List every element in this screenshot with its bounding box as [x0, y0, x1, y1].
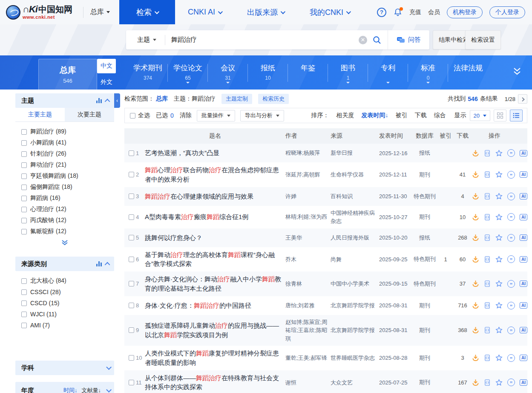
row-checkbox[interactable] — [129, 150, 134, 156]
topic-filter-item[interactable]: 亨廷顿舞蹈病 (18) — [21, 170, 114, 182]
scope-total-library[interactable]: 总库 — [156, 95, 168, 103]
topic-filter-item[interactable]: 氟哌啶醇 (12) — [21, 226, 114, 237]
source[interactable]: 世界睡眠医学杂志 — [331, 354, 379, 362]
html-read-icon[interactable] — [484, 354, 491, 361]
download-icon[interactable] — [472, 354, 479, 361]
nav-tab-cnki-ai[interactable]: CNKI AI — [175, 0, 234, 24]
source-filter-item[interactable]: AMI (7) — [21, 320, 114, 331]
checkbox[interactable] — [21, 151, 27, 157]
chevron-up-icon[interactable] — [105, 262, 110, 267]
source[interactable]: 北京舞蹈学院学报 — [331, 326, 379, 335]
favorite-star-icon[interactable] — [495, 256, 503, 263]
next-page-button[interactable] — [518, 94, 527, 104]
authors[interactable]: 徐青林 — [285, 280, 331, 288]
vip-link[interactable]: 会员 — [428, 9, 440, 16]
select-all-checkbox[interactable] — [130, 113, 135, 118]
result-title-link[interactable]: 人类作业模式下的舞蹈康复护理对精神分裂症患者睡眠质量的影响 — [145, 349, 285, 367]
cite-quote-icon[interactable]: ” — [507, 213, 515, 221]
search-icon[interactable] — [372, 35, 382, 45]
checkbox[interactable] — [21, 173, 27, 179]
org-login-button[interactable]: 机构登录 — [447, 6, 483, 18]
row-checkbox[interactable] — [129, 172, 134, 177]
source[interactable]: 生命科学仪器 — [331, 170, 379, 179]
html-read-icon[interactable] — [484, 171, 491, 178]
download-icon[interactable] — [472, 327, 479, 334]
lang-tab-chinese[interactable]: 中文 — [97, 59, 116, 73]
checkbox[interactable] — [21, 196, 27, 201]
topic-filter-item[interactable]: 舞蹈病 (16) — [21, 193, 114, 204]
chevron-down-icon[interactable] — [106, 387, 112, 393]
checkbox[interactable] — [21, 207, 27, 212]
topic-filter-item[interactable]: 偏侧舞蹈症 (18) — [21, 182, 114, 193]
topic-filter-item[interactable]: 心理治疗 (12) — [21, 204, 114, 215]
source[interactable]: 中国中小学美术 — [331, 280, 379, 288]
result-title-link[interactable]: 跳舞何以疗愈身心？ — [145, 233, 285, 243]
per-page-select[interactable]: 20 — [470, 110, 490, 121]
sort-download[interactable]: 下载 — [415, 112, 427, 119]
sort-comprehensive[interactable]: 综合 — [434, 112, 446, 119]
ribbon-item-学术期刊[interactable]: 学术期刊374 — [128, 61, 168, 85]
clear-selection-button[interactable]: 清除 — [180, 112, 192, 119]
year-section-header[interactable]: 年度 时间↓ 文献量↓ — [15, 382, 114, 393]
download-icon[interactable] — [472, 234, 479, 241]
cite-quote-icon[interactable]: ” — [507, 302, 515, 309]
result-title-link[interactable]: 从个体到群体——舞蹈治疗在特殊教育与社会支持体系中的实践探索 — [145, 373, 285, 392]
tab-secondary-topics[interactable]: 次要主题 — [65, 108, 114, 121]
topic-filter-item[interactable]: 舞蹈治疗 (89) — [21, 126, 114, 137]
source-category-header[interactable]: 来源类别 — [15, 257, 114, 271]
checkbox[interactable] — [21, 289, 27, 295]
list-view-button[interactable] — [510, 110, 523, 121]
clear-icon[interactable]: ✕ — [359, 36, 367, 44]
source-filter-item[interactable]: CSSCI (28) — [21, 286, 114, 298]
source-filter-item[interactable]: WJCI (11) — [21, 309, 114, 320]
result-title-link[interactable]: 艺考热退潮，“真功夫”凸显 — [145, 148, 285, 158]
row-checkbox[interactable] — [129, 303, 134, 308]
chevron-down-icon[interactable] — [106, 364, 112, 370]
grid-view-button[interactable] — [494, 110, 506, 121]
html-read-icon[interactable] — [484, 234, 491, 241]
result-title-link[interactable]: 孤独症谱系障碍儿童舞动治疗的应用与挑战——以北京舞蹈学院实践项目为例 — [145, 321, 285, 340]
db-switch-dropdown[interactable]: 总库 — [90, 8, 110, 17]
search-field-dropdown[interactable]: 主题 — [126, 36, 165, 44]
ribbon-item-报纸[interactable]: 报纸10 — [248, 61, 288, 85]
cite-quote-icon[interactable]: ” — [507, 327, 515, 334]
authors[interactable]: 许婵 — [285, 192, 331, 201]
notification-bell-icon[interactable] — [393, 8, 403, 17]
ai-icon[interactable]: AI — [520, 327, 527, 333]
favorite-star-icon[interactable] — [495, 280, 503, 287]
topic-filter-item[interactable]: 丙戊酸钠 (12) — [21, 215, 114, 226]
checkbox[interactable] — [21, 278, 27, 284]
col-cited[interactable]: 被引 — [438, 132, 453, 140]
ribbon-item-年鉴[interactable]: 年鉴 — [288, 61, 328, 85]
ai-icon[interactable]: AI — [520, 379, 527, 386]
download-icon[interactable] — [472, 302, 479, 309]
checkbox[interactable] — [21, 140, 27, 146]
authors[interactable]: 董乾;王美;郝军锋 — [285, 354, 331, 362]
source-filter-item[interactable]: 北大核心 (84) — [21, 275, 114, 286]
batch-operation-dropdown[interactable]: 批量操作 — [197, 110, 235, 121]
source[interactable]: 大众文艺 — [331, 379, 379, 387]
cite-quote-icon[interactable]: ” — [507, 149, 515, 157]
row-checkbox[interactable] — [129, 235, 134, 240]
expand-more-icon[interactable] — [512, 66, 523, 78]
row-checkbox[interactable] — [129, 257, 134, 262]
authors[interactable]: 谢恒 — [285, 379, 331, 387]
recharge-link[interactable]: 充值 — [409, 9, 421, 16]
sort-publish-time[interactable]: 发表时间↓ — [362, 112, 388, 119]
checkbox[interactable] — [21, 312, 27, 317]
html-read-icon[interactable] — [484, 150, 491, 157]
source[interactable]: 北京舞蹈学院学报 — [331, 301, 379, 310]
ai-icon[interactable]: AI — [520, 193, 527, 199]
checkbox[interactable] — [21, 129, 27, 135]
row-checkbox[interactable] — [129, 194, 134, 199]
row-checkbox[interactable] — [129, 214, 134, 220]
authors[interactable]: 赵知博;陈萊宣;周祐瑄;王嘉欣;陈昭琪 — [285, 318, 331, 343]
html-read-icon[interactable] — [484, 256, 491, 263]
authors[interactable]: 唐怡;刘若雅 — [285, 301, 331, 310]
html-read-icon[interactable] — [484, 302, 491, 309]
ribbon-tab-total-library[interactable]: 总库 546 — [38, 59, 97, 90]
result-title-link[interactable]: 基于舞动治疗理念的高校体育舞蹈课程“身心融合”教学模式探索 — [145, 250, 285, 269]
ribbon-item-图书[interactable]: 图书1 — [328, 61, 368, 85]
row-checkbox[interactable] — [129, 281, 134, 286]
authors[interactable]: 林晴;利婧;张为西 — [285, 213, 331, 221]
